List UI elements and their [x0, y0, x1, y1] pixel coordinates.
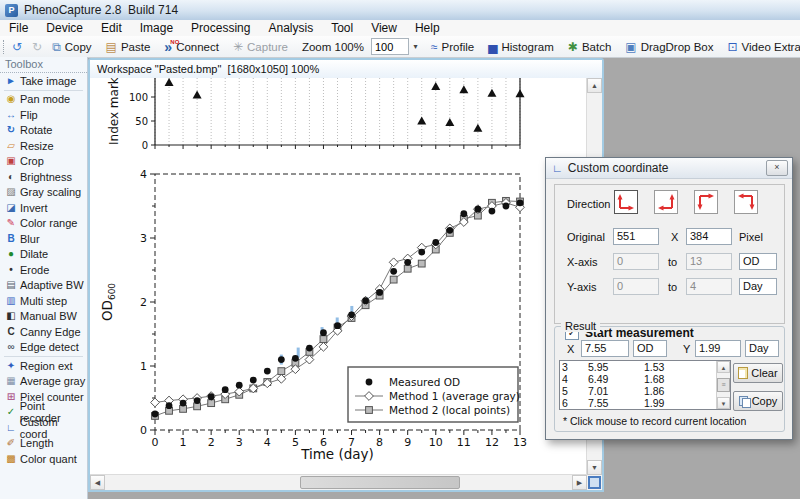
xaxis-to-label: to: [668, 256, 677, 268]
svg-text:2: 2: [208, 436, 215, 449]
toolbox-item-custom-coord[interactable]: ∟Custom coord: [0, 420, 87, 436]
profile-button[interactable]: ≈Profile: [426, 37, 479, 57]
direction-tl-icon: [697, 193, 715, 211]
toolbox-item-blur[interactable]: BBlur: [0, 231, 87, 247]
zoom-value-input[interactable]: 100: [371, 38, 409, 55]
toolbox-item-resize[interactable]: ▱Resize: [0, 138, 87, 154]
horizontal-scroll-thumb[interactable]: [300, 476, 460, 489]
toolbox-item-edge-detect[interactable]: ∞Edge detect: [0, 340, 87, 356]
menu-edit[interactable]: Edit: [92, 20, 131, 36]
toolbar-grip: [3, 40, 4, 54]
result-row[interactable]: 35.951.53: [560, 361, 730, 373]
toolbox-item-label: Flip: [20, 109, 38, 121]
listbox-scrollbar[interactable]: ▲ ≡ ▼: [716, 361, 730, 409]
menu-help[interactable]: Help: [406, 20, 449, 36]
menu-tool[interactable]: Tool: [322, 20, 362, 36]
copy-button[interactable]: ⧉Copy: [47, 37, 96, 57]
listbox-scroll-up-icon[interactable]: ▲: [717, 361, 730, 373]
toolbox-item-label: Length: [20, 437, 54, 449]
svg-text:3: 3: [140, 232, 147, 245]
toolbox-item-gray-scaling[interactable]: ▨Gray scaling: [0, 185, 87, 201]
svg-text:Index marker: Index marker: [107, 78, 121, 145]
zoom-dropdown-arrow-icon[interactable]: ▾: [409, 38, 422, 55]
redo-button[interactable]: ↻: [27, 37, 47, 57]
undo-button[interactable]: ↺: [7, 37, 27, 57]
listbox-scroll-thumb[interactable]: ≡: [717, 378, 730, 392]
direction-top-left-button[interactable]: [694, 190, 718, 214]
batch-button[interactable]: ✱Batch: [563, 37, 616, 57]
clear-button[interactable]: Clear: [733, 363, 783, 383]
title-bar[interactable]: P PhenoCapture 2.8 Build 714: [0, 0, 800, 21]
toolbox-item-color-range[interactable]: ✎Color range: [0, 216, 87, 232]
canny-edge-icon: C: [4, 327, 18, 337]
scroll-up-button[interactable]: ▲: [587, 78, 602, 93]
pixel-label: Pixel: [739, 231, 763, 243]
result-x-unit-field[interactable]: OD: [633, 340, 667, 357]
toolbox-item-rotate[interactable]: ↻Rotate: [0, 123, 87, 139]
dilate-icon: ●: [4, 249, 18, 259]
chart-image-area[interactable]: 050100Index marker0123401234567891011121…: [90, 78, 587, 475]
toolbox-item-label: Manual BW: [20, 310, 77, 322]
toolbox-item-dilate[interactable]: ●Dilate: [0, 247, 87, 263]
toolbox-item-manual-bw[interactable]: ◧Manual BW: [0, 309, 87, 325]
xaxis-unit-field[interactable]: OD: [739, 253, 777, 270]
original-x-field[interactable]: 551: [613, 228, 659, 245]
toolbox-item-canny-edge[interactable]: CCanny Edge: [0, 324, 87, 340]
custom-coordinate-dialog[interactable]: ∟ Custom coordinate × Direction: [545, 157, 793, 440]
toolbox-item-region-ext[interactable]: ✦Region ext: [0, 358, 87, 374]
menu-file[interactable]: File: [0, 20, 37, 36]
toolbox-item-crop[interactable]: ▣Crop: [0, 154, 87, 170]
toolbox-item-invert[interactable]: ◪Invert: [0, 200, 87, 216]
menu-image[interactable]: Image: [131, 20, 182, 36]
menu-view[interactable]: View: [362, 20, 406, 36]
pan-corner-button[interactable]: [587, 475, 602, 490]
toolbox-item-flip[interactable]: ↔Flip: [0, 107, 87, 123]
toolbox-item-multi-step[interactable]: ▥Multi step: [0, 293, 87, 309]
toolbox-item-pan-mode[interactable]: ◉Pan mode: [0, 92, 87, 108]
toolbox-item-label: Invert: [20, 202, 48, 214]
result-row[interactable]: 67.551.99: [560, 397, 730, 409]
toolbox-item-erode[interactable]: •Erode: [0, 262, 87, 278]
horizontal-scrollbar[interactable]: ◀ ▶: [90, 474, 587, 490]
menu-device[interactable]: Device: [37, 20, 92, 36]
dialog-title-bar[interactable]: ∟ Custom coordinate ×: [546, 158, 792, 179]
yaxis-unit-field[interactable]: Day: [739, 278, 777, 295]
zoom-combo[interactable]: 100 ▾: [371, 38, 422, 55]
toolbox-item-color-quant[interactable]: ▩Color quant: [0, 451, 87, 467]
workspace-window[interactable]: Workspace "Pasted.bmp" [1680x1050] 100% …: [88, 58, 604, 492]
close-icon[interactable]: ×: [766, 160, 788, 176]
scroll-right-button[interactable]: ▶: [572, 475, 587, 490]
listbox-scroll-down-icon[interactable]: ▼: [717, 397, 730, 409]
toolbox-item-average-gray[interactable]: ▦Average gray: [0, 374, 87, 390]
svg-text:50: 50: [135, 116, 148, 127]
video-extraction-button[interactable]: ⊡Video Extraction: [723, 37, 800, 57]
histogram-button[interactable]: ▅Histogram: [483, 37, 559, 57]
result-row[interactable]: 57.011.86: [560, 385, 730, 397]
result-x-value-field[interactable]: 7.55: [581, 340, 629, 357]
toolbox-item-label: Rotate: [20, 124, 52, 136]
result-row[interactable]: 46.491.68: [560, 373, 730, 385]
result-cell: 1.99: [644, 397, 694, 409]
scroll-left-button[interactable]: ◀: [90, 475, 105, 490]
dragdrop-button[interactable]: ▣DragDrop Box: [620, 37, 718, 57]
toolbox-item-label: Custom coord: [20, 416, 87, 440]
result-listbox[interactable]: 35.951.5346.491.6857.011.8667.551.99 ▲ ≡…: [559, 360, 731, 410]
menu-analysis[interactable]: Analysis: [259, 20, 322, 36]
toolbox-item-brightness[interactable]: ◐Brightness: [0, 169, 87, 185]
toolbox-item-label: Canny Edge: [20, 326, 81, 338]
scroll-down-button[interactable]: ▼: [587, 460, 602, 475]
result-y-value-field[interactable]: 1.99: [695, 340, 741, 357]
original-y-field[interactable]: 384: [686, 228, 732, 245]
toolbox-item-take-image[interactable]: ►Take image: [0, 73, 87, 89]
direction-bottom-left-button[interactable]: [614, 190, 638, 214]
connect-button[interactable]: »NO Connect: [159, 37, 224, 57]
direction-top-right-button[interactable]: [734, 190, 758, 214]
menu-processing[interactable]: Processing: [182, 20, 259, 36]
result-y-unit-field[interactable]: Day: [745, 340, 779, 357]
paste-button[interactable]: ▤Paste: [101, 37, 156, 57]
workspace-caption[interactable]: Workspace "Pasted.bmp" [1680x1050] 100%: [90, 60, 602, 79]
toolbox-item-label: Gray scaling: [20, 186, 81, 198]
toolbox-item-adaptive-bw[interactable]: ▤Adaptive BW: [0, 278, 87, 294]
direction-bottom-right-button[interactable]: [654, 190, 678, 214]
copy-button-dialog[interactable]: Copy: [733, 391, 783, 411]
